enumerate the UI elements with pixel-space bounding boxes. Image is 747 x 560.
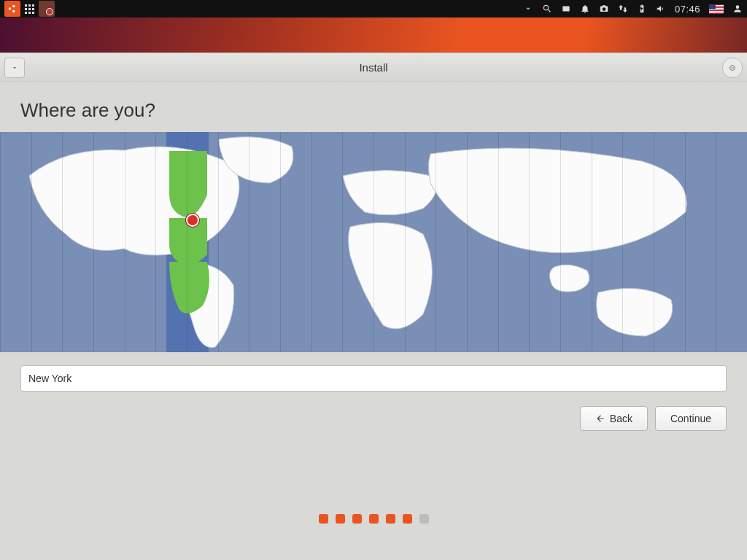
tz-gridline [529,132,530,352]
tz-gridline [187,132,187,352]
tz-gridline [654,132,654,352]
tz-gridline [467,132,468,352]
tz-gridline [374,132,374,352]
chevron-down-icon[interactable] [523,4,533,14]
minimize-icon [728,63,737,72]
chevron-down-icon [11,64,18,71]
timezone-map[interactable]: /*placeholder*/ [0,132,747,352]
tz-gridline [0,132,1,352]
tz-gridline [218,132,219,352]
tz-gridline [622,132,623,352]
progress-dot [419,514,429,524]
progress-dot [386,514,395,524]
tz-gridline [125,132,125,352]
tz-gridline [342,132,343,352]
user-icon[interactable] [732,4,743,14]
tz-gridline [31,132,32,352]
install-window: Install Where are you? /*placeholder*/ [0,52,747,560]
battery-icon[interactable] [637,4,647,14]
panel-clock[interactable]: 07:46 [675,4,700,15]
svg-rect-5 [731,68,734,69]
svg-point-2 [12,10,15,13]
progress-dot [369,514,379,524]
tz-gridline [249,132,249,352]
tz-gridline [716,132,716,352]
tz-gridline [280,132,281,352]
continue-button[interactable]: Continue [655,406,727,431]
page-heading: Where are you? [20,99,727,122]
ubuntu-logo-icon [7,4,18,14]
tz-gridline [62,132,63,352]
camera-icon[interactable] [599,4,609,14]
tz-gridline [311,132,312,352]
apps-grid-icon[interactable] [25,4,34,14]
timezone-input[interactable] [20,365,727,392]
svg-point-1 [12,5,15,8]
progress-dot [319,514,328,524]
tz-gridline [592,132,592,352]
continue-button-label: Continue [670,413,711,424]
progress-dots [0,514,747,524]
tz-gridline [155,132,156,352]
window-title: Install [359,61,387,74]
network-updown-icon[interactable] [618,4,628,14]
workspace-icon[interactable] [561,4,571,14]
back-button[interactable]: Back [580,406,648,431]
tz-gridline [498,132,499,352]
svg-point-0 [9,7,12,10]
volume-icon[interactable] [656,4,666,14]
keyboard-layout-flag-icon[interactable] [709,4,724,14]
svg-rect-3 [562,7,569,12]
window-content: Where are you? /*placeholder*/ [0,82,747,431]
window-menu-button[interactable] [4,58,25,78]
tz-gridline [560,132,561,352]
tz-gridline [405,132,406,352]
tz-gridline [685,132,686,352]
top-panel: 07:46 [0,0,747,18]
tz-gridline [436,132,436,352]
location-marker-icon [186,214,199,227]
search-icon[interactable] [542,4,552,14]
installer-taskbar-item[interactable] [39,1,55,17]
window-titlebar: Install [0,53,747,82]
activities-button[interactable] [4,1,20,17]
progress-dot [403,514,412,524]
back-button-label: Back [610,413,632,424]
window-minimize-button[interactable] [722,58,743,78]
progress-dot [352,514,362,524]
nav-button-row: Back Continue [20,406,727,431]
arrow-left-icon [595,413,605,424]
tz-gridline [93,132,94,352]
progress-dot [336,514,345,524]
notification-bell-icon[interactable] [580,4,590,14]
